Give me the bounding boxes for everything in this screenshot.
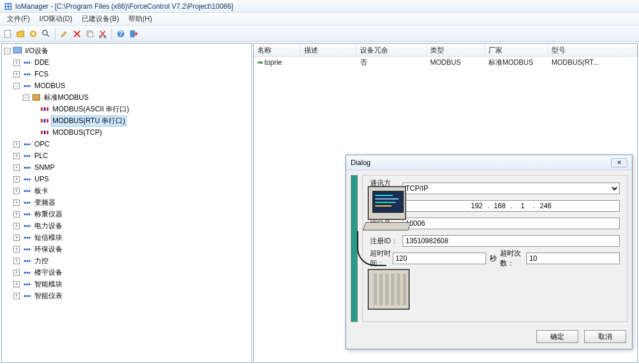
cut-icon[interactable] bbox=[97, 29, 108, 39]
tree-expander[interactable]: + bbox=[13, 153, 20, 159]
cell-vendor: 标准MODBUS bbox=[485, 57, 548, 69]
port-input[interactable] bbox=[403, 218, 620, 229]
th-type[interactable]: 类型 bbox=[427, 44, 485, 56]
search-icon[interactable] bbox=[41, 29, 51, 39]
tree-huanbao[interactable]: 环保设备 bbox=[33, 244, 64, 255]
local-ip-input[interactable]: . . . bbox=[403, 200, 620, 212]
th-desc[interactable]: 描述 bbox=[301, 44, 357, 56]
tree-likong[interactable]: 力控 bbox=[33, 256, 50, 267]
tree-expander[interactable]: + bbox=[13, 258, 20, 264]
tree-louyu[interactable]: 楼宇设备 bbox=[33, 267, 64, 278]
tree-expander[interactable]: + bbox=[13, 71, 20, 78]
tree-modbus-tcp[interactable]: MODBUS(TCP) bbox=[51, 128, 104, 137]
tree-snmp[interactable]: SNMP bbox=[33, 163, 57, 172]
ip-seg-2[interactable] bbox=[490, 202, 509, 210]
separator bbox=[111, 28, 112, 40]
menu-file[interactable]: 文件(F) bbox=[2, 13, 34, 25]
svg-point-7 bbox=[32, 33, 34, 35]
th-model[interactable]: 型号 bbox=[548, 44, 637, 56]
tree-expander[interactable]: + bbox=[13, 223, 20, 229]
device-root-icon bbox=[13, 47, 22, 55]
dialog-titlebar[interactable]: Dialog ✕ bbox=[346, 155, 632, 170]
tree-expander[interactable]: + bbox=[13, 246, 20, 253]
th-redundancy[interactable]: 设备冗余 bbox=[357, 44, 427, 56]
tree-bianpinqi[interactable]: 变频器 bbox=[33, 197, 57, 208]
category-icon bbox=[22, 58, 32, 66]
comm-method-select[interactable]: TCP/IP bbox=[403, 183, 620, 194]
window-title: IoManager - [C:\Program Files (x86)\Forc… bbox=[15, 2, 233, 10]
help-icon[interactable]: ? bbox=[116, 29, 126, 39]
cell-desc bbox=[301, 61, 357, 64]
tree-expander[interactable]: + bbox=[13, 235, 20, 241]
menu-help[interactable]: 帮助(H) bbox=[124, 13, 157, 25]
tree-expander[interactable]: + bbox=[13, 200, 20, 206]
timeout-count-input[interactable] bbox=[526, 253, 620, 264]
tree-expander[interactable]: + bbox=[13, 188, 20, 194]
device-icon[interactable] bbox=[28, 29, 39, 39]
tree-expander[interactable]: − bbox=[23, 94, 29, 101]
tree-zhinengmokuai[interactable]: 智能模块 bbox=[33, 279, 64, 290]
category-icon bbox=[22, 257, 32, 265]
delete-icon[interactable] bbox=[72, 29, 82, 39]
tree-expander[interactable]: + bbox=[13, 281, 20, 288]
new-icon[interactable] bbox=[2, 29, 13, 39]
exit-icon[interactable] bbox=[128, 29, 139, 39]
tree-duanxin[interactable]: 短信模块 bbox=[33, 232, 64, 243]
tree-zhinengyibiao[interactable]: 智能仪表 bbox=[33, 290, 64, 302]
tree-expander[interactable]: + bbox=[13, 270, 20, 276]
tree-expander[interactable]: + bbox=[13, 141, 20, 148]
label-timeout-count: 超时次数： bbox=[500, 249, 524, 268]
copy-icon[interactable] bbox=[85, 29, 95, 39]
tree-modbus-rtu[interactable]: MODBUS(RTU 串行口) bbox=[51, 116, 127, 127]
cancel-button[interactable]: 取消 bbox=[584, 330, 626, 343]
timeout-input[interactable] bbox=[393, 253, 486, 264]
tree-modbus[interactable]: MODBUS bbox=[33, 81, 67, 90]
tree-ups[interactable]: UPS bbox=[33, 174, 51, 184]
ip-seg-4[interactable] bbox=[536, 202, 555, 210]
tree-dianli[interactable]: 电力设备 bbox=[33, 220, 64, 232]
table-row[interactable]: ➡toprie 否 MODBUS 标准MODBUS MODBUS(RT... bbox=[254, 57, 637, 68]
th-name[interactable]: 名称 bbox=[254, 44, 301, 56]
tree-dde[interactable]: DDE bbox=[33, 58, 51, 67]
edit-icon[interactable] bbox=[59, 29, 69, 39]
tree-std-modbus[interactable]: 标准MODBUS bbox=[42, 92, 90, 103]
category-icon bbox=[22, 198, 32, 206]
ok-button[interactable]: 确定 bbox=[536, 330, 578, 343]
tree-banka[interactable]: 板卡 bbox=[33, 186, 50, 197]
th-vendor[interactable]: 厂家 bbox=[485, 44, 548, 56]
open-icon[interactable] bbox=[15, 29, 26, 39]
app-icon bbox=[4, 2, 13, 11]
tree-expander[interactable]: + bbox=[13, 176, 20, 183]
driver-icon bbox=[40, 105, 50, 113]
category-icon bbox=[22, 222, 32, 230]
tree-chengzhong[interactable]: 称重仪器 bbox=[33, 209, 64, 220]
cell-redundancy: 否 bbox=[357, 57, 427, 69]
cell-name: toprie bbox=[264, 58, 282, 66]
tree-expander[interactable]: − bbox=[13, 83, 20, 89]
close-icon[interactable]: ✕ bbox=[611, 158, 627, 167]
toolbar: ? bbox=[0, 26, 639, 42]
tree-opc[interactable]: OPC bbox=[33, 139, 51, 149]
tree-root[interactable]: I/O设备 bbox=[23, 46, 50, 57]
reg-id-input[interactable] bbox=[403, 235, 620, 247]
svg-rect-3 bbox=[6, 7, 8, 9]
category-icon bbox=[22, 268, 32, 276]
tree-fcs[interactable]: FCS bbox=[33, 69, 50, 79]
tree-modbus-ascii[interactable]: MODBUS(ASCII 串行口) bbox=[51, 104, 131, 115]
svg-rect-26 bbox=[41, 119, 43, 123]
tree-expander[interactable]: + bbox=[13, 60, 20, 66]
category-icon bbox=[22, 70, 32, 78]
tree-expander[interactable]: + bbox=[13, 164, 20, 171]
menu-created-device[interactable]: 已建设备(B) bbox=[77, 13, 124, 25]
category-icon bbox=[22, 292, 32, 300]
dialog-illustration bbox=[351, 175, 358, 322]
menu-io-driver[interactable]: I/O驱动(D) bbox=[34, 13, 77, 25]
ip-seg-1[interactable] bbox=[467, 202, 486, 210]
tree-expander[interactable]: + bbox=[13, 293, 20, 299]
tree-expander[interactable]: + bbox=[13, 211, 20, 218]
svg-point-8 bbox=[43, 30, 47, 35]
tree-plc[interactable]: PLC bbox=[33, 151, 50, 160]
label-seconds: 秒 bbox=[490, 254, 497, 264]
ip-seg-3[interactable] bbox=[514, 202, 532, 210]
tree-expander[interactable]: − bbox=[4, 48, 11, 54]
